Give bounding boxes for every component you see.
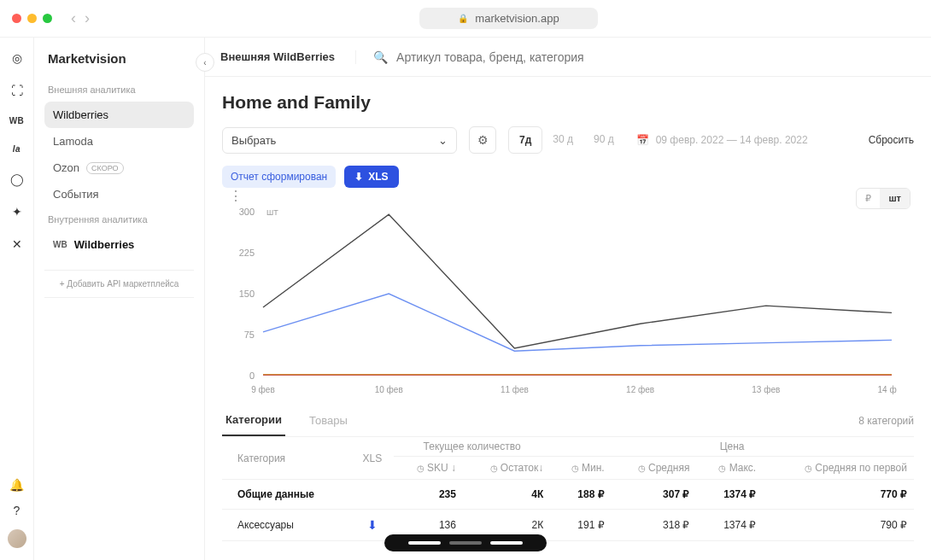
search-icon: 🔍 bbox=[373, 50, 388, 64]
th-xls: XLS bbox=[351, 437, 394, 480]
sidebar-collapse-button[interactable]: ‹ bbox=[196, 53, 214, 72]
svg-text:ШТ: ШТ bbox=[266, 208, 278, 217]
browser-bar: ‹ › 🔒 marketvision.app bbox=[0, 0, 931, 38]
back-icon[interactable]: ‹ bbox=[71, 9, 76, 27]
sidebar-item-wildberries[interactable]: Wildberries bbox=[44, 102, 194, 128]
svg-text:75: 75 bbox=[244, 330, 255, 340]
sidebar-section-internal: Внутренняя аналитика bbox=[48, 214, 190, 225]
close-window-button[interactable] bbox=[12, 14, 21, 23]
data-table: Категория XLS Текущее количество Цена ◷ … bbox=[222, 437, 914, 541]
date-range-buttons: 7д 30 д 90 д bbox=[508, 126, 624, 154]
category-count: 8 категорий bbox=[858, 415, 914, 427]
date-range-picker[interactable]: 📅 09 февр. 2022 — 14 февр. 2022 bbox=[636, 134, 808, 146]
th-stock[interactable]: ◷ Остаток↓ bbox=[463, 457, 550, 480]
lock-icon: 🔒 bbox=[458, 14, 468, 23]
svg-text:12 фев: 12 фев bbox=[626, 385, 654, 394]
sidebar-section-external: Внешняя аналитика bbox=[48, 85, 190, 95]
url-bar[interactable]: 🔒 marketvision.app bbox=[419, 8, 597, 29]
sidebar-item-internal-wb[interactable]: WBWildberries bbox=[44, 231, 194, 258]
svg-text:150: 150 bbox=[239, 289, 255, 299]
range-30d[interactable]: 30 д bbox=[542, 126, 583, 154]
th-avg[interactable]: ◷ Средняя bbox=[612, 457, 697, 480]
sidebar: Marketvision ‹ Внешняя аналитика Wildber… bbox=[34, 38, 205, 560]
tab-products[interactable]: Товары bbox=[306, 405, 351, 435]
expand-icon[interactable]: ⛶ bbox=[10, 84, 24, 97]
line-chart: 075150225300ШТ9 фев10 фев11 фев12 фев13 … bbox=[222, 203, 897, 400]
unit-rub[interactable]: ₽ bbox=[857, 189, 880, 208]
window-controls bbox=[12, 14, 52, 23]
table-row[interactable]: Общие данные2354К188 ₽307 ₽1374 ₽770 ₽ bbox=[222, 480, 914, 510]
sidebar-item-lamoda[interactable]: Lamoda bbox=[44, 128, 194, 155]
svg-text:9 фев: 9 фев bbox=[251, 385, 274, 394]
unit-toggle: ₽ шт bbox=[856, 188, 911, 209]
tab-categories[interactable]: Категории bbox=[222, 405, 285, 436]
select-dropdown[interactable]: Выбрать ⌄ bbox=[222, 127, 457, 154]
calendar-icon: 📅 bbox=[636, 134, 649, 146]
report-status-badge: Отчет сформирован bbox=[222, 166, 336, 188]
chart-menu-icon[interactable]: ⋮ bbox=[229, 188, 243, 204]
th-sku[interactable]: ◷ SKU ↓ bbox=[394, 457, 463, 480]
th-category[interactable]: Категория bbox=[222, 437, 351, 480]
sidebar-item-ozon[interactable]: OzonСКОРО bbox=[44, 155, 194, 181]
svg-text:225: 225 bbox=[239, 248, 255, 258]
search-input[interactable] bbox=[396, 50, 653, 64]
topbar: Внешняя WildBerries 🔍 bbox=[205, 38, 931, 77]
svg-text:0: 0 bbox=[249, 370, 255, 381]
bell-icon[interactable]: 🔔 bbox=[10, 478, 24, 492]
collapse-icon[interactable]: ✕ bbox=[10, 237, 24, 251]
page-title: Home and Family bbox=[222, 92, 914, 113]
target-icon[interactable]: ◎ bbox=[10, 51, 24, 65]
svg-text:300: 300 bbox=[239, 207, 255, 217]
reset-button[interactable]: Сбросить bbox=[869, 134, 914, 146]
filter-icon[interactable]: ⚙ bbox=[469, 126, 496, 154]
minimize-window-button[interactable] bbox=[27, 14, 37, 23]
range-7d[interactable]: 7д bbox=[508, 126, 542, 154]
svg-text:14 фев: 14 фев bbox=[877, 385, 897, 394]
th-max[interactable]: ◷ Макс. bbox=[696, 457, 763, 480]
svg-text:11 фев: 11 фев bbox=[501, 385, 529, 394]
th-group-qty: Текущее количество bbox=[394, 437, 550, 457]
nav-rail: ◎ ⛶ WB la ◯ ✦ ✕ 🔔 ? bbox=[0, 38, 34, 560]
th-group-price: Цена bbox=[550, 437, 914, 457]
sidebar-item-events[interactable]: События bbox=[44, 181, 194, 207]
unit-pcs[interactable]: шт bbox=[880, 189, 910, 208]
maximize-window-button[interactable] bbox=[43, 14, 52, 23]
add-api-button[interactable]: + Добавить API маркетплейса bbox=[44, 270, 194, 298]
url-text: marketvision.app bbox=[475, 12, 559, 25]
help-icon[interactable]: ? bbox=[10, 504, 24, 517]
download-icon: ⬇ bbox=[354, 171, 363, 183]
download-icon[interactable]: ⬇ bbox=[367, 518, 378, 532]
rail-lamoda[interactable]: la bbox=[13, 144, 20, 154]
th-avg-first[interactable]: ◷ Средняя по первой bbox=[763, 457, 914, 480]
table-row[interactable]: Аксессуары⬇1362К191 ₽318 ₽1374 ₽790 ₽ bbox=[222, 510, 914, 541]
svg-text:10 фев: 10 фев bbox=[375, 385, 403, 394]
xls-download-button[interactable]: ⬇ XLS bbox=[344, 166, 398, 188]
home-indicator bbox=[384, 534, 547, 551]
avatar[interactable] bbox=[8, 529, 26, 548]
forward-icon[interactable]: › bbox=[85, 9, 90, 27]
range-90d[interactable]: 90 д bbox=[583, 126, 624, 154]
crosshair-icon[interactable]: ✦ bbox=[10, 205, 24, 219]
chevron-down-icon: ⌄ bbox=[438, 134, 448, 147]
th-min[interactable]: ◷ Мин. bbox=[550, 457, 611, 480]
brand-title: Marketvision bbox=[44, 51, 194, 66]
rail-wb[interactable]: WB bbox=[9, 116, 25, 125]
ozon-circle-icon[interactable]: ◯ bbox=[10, 172, 24, 186]
chart-container: ⋮ ₽ шт 075150225300ШТ9 фев10 фев11 фев12… bbox=[222, 203, 914, 400]
svg-text:13 фев: 13 фев bbox=[752, 385, 780, 394]
breadcrumb: Внешняя WildBerries bbox=[220, 50, 335, 63]
